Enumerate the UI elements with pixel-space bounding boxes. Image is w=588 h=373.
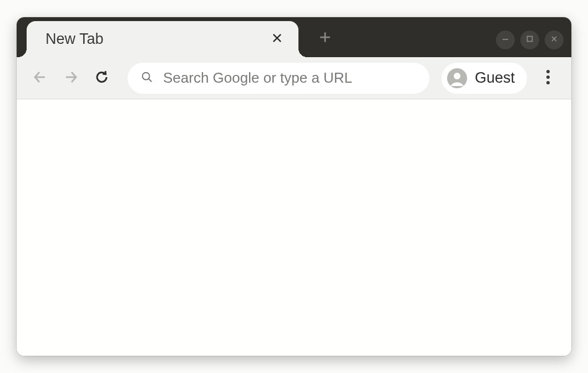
profile-button[interactable]: Guest: [442, 63, 527, 94]
window-controls: [496, 31, 564, 49]
close-window-button[interactable]: [545, 31, 564, 49]
svg-point-10: [143, 72, 150, 79]
tab-title: New Tab: [45, 31, 267, 48]
three-dots-icon: [546, 69, 550, 87]
browser-window: New Tab: [17, 17, 571, 356]
minimize-icon: [501, 35, 509, 45]
toolbar: Guest: [17, 57, 571, 99]
address-input[interactable]: [163, 69, 416, 87]
new-tab-button[interactable]: [313, 26, 337, 51]
maximize-window-button[interactable]: [520, 31, 539, 49]
svg-line-11: [149, 78, 152, 82]
close-icon: [550, 35, 558, 45]
svg-point-15: [546, 75, 550, 79]
menu-button[interactable]: [535, 65, 561, 92]
plus-icon: [319, 31, 331, 46]
maximize-icon: [526, 35, 534, 45]
search-icon: [141, 71, 153, 85]
arrow-left-icon: [32, 69, 48, 87]
profile-label: Guest: [475, 69, 515, 87]
forward-button[interactable]: [58, 65, 84, 92]
reload-button[interactable]: [89, 65, 115, 92]
minimize-window-button[interactable]: [496, 31, 515, 49]
avatar-icon: [447, 68, 467, 88]
close-icon: [272, 33, 282, 46]
arrow-right-icon: [63, 69, 79, 87]
svg-point-14: [546, 70, 550, 73]
svg-point-16: [546, 81, 550, 84]
browser-tab[interactable]: New Tab: [27, 21, 298, 57]
page-content: [17, 99, 571, 356]
back-button[interactable]: [27, 65, 53, 92]
reload-icon: [94, 69, 110, 87]
close-tab-button[interactable]: [267, 30, 286, 49]
titlebar[interactable]: New Tab: [17, 17, 571, 57]
svg-point-13: [454, 73, 460, 79]
omnibox[interactable]: [128, 63, 429, 94]
svg-rect-5: [528, 37, 533, 42]
